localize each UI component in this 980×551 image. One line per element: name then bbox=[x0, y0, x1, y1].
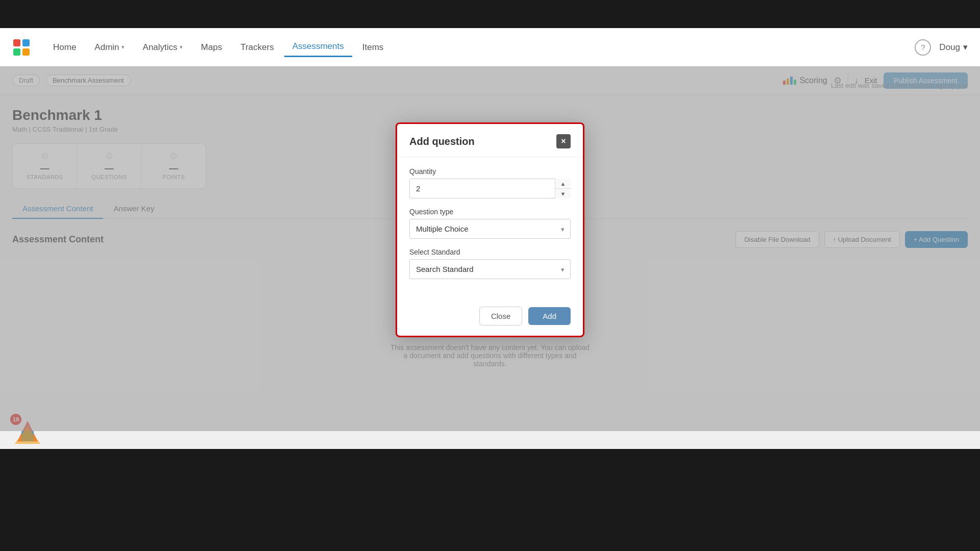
dialog-header: Add question × bbox=[397, 124, 583, 157]
question-type-select[interactable]: Multiple Choice True/False Short Answer … bbox=[409, 219, 571, 239]
nav-item-analytics[interactable]: Analytics ▾ bbox=[135, 38, 191, 57]
app-wrapper: Home Admin ▾ Analytics ▾ Maps Trackers A… bbox=[0, 0, 980, 551]
user-chevron-icon: ▾ bbox=[963, 42, 968, 53]
svg-rect-2 bbox=[13, 48, 20, 56]
bottom-black-bar bbox=[0, 449, 980, 551]
dialog-body: Quantity ▲ ▼ Question type Multiple Choi… bbox=[397, 157, 583, 298]
svg-rect-0 bbox=[13, 39, 20, 46]
quantity-increment[interactable]: ▲ bbox=[555, 179, 571, 189]
nav-item-items[interactable]: Items bbox=[354, 38, 392, 57]
nav-label-items: Items bbox=[362, 42, 384, 53]
nav-item-maps[interactable]: Maps bbox=[193, 38, 231, 57]
dialog-footer: Close Add bbox=[397, 298, 583, 336]
quantity-input-wrapper: ▲ ▼ bbox=[409, 179, 571, 198]
dialog-title: Add question bbox=[409, 136, 475, 147]
help-icon[interactable]: ? bbox=[915, 39, 931, 56]
select-standard-group: Select Standard Search Standard ▾ bbox=[409, 248, 571, 279]
quantity-decrement[interactable]: ▼ bbox=[555, 189, 571, 198]
quantity-input[interactable] bbox=[409, 179, 571, 198]
app-logo[interactable] bbox=[12, 38, 31, 57]
add-question-dialog: Add question × Quantity ▲ ▼ Question typ… bbox=[396, 122, 584, 337]
nav-right: ? Doug ▾ bbox=[915, 39, 968, 56]
nav-item-assessments[interactable]: Assessments bbox=[284, 37, 352, 57]
close-button[interactable]: Close bbox=[479, 307, 522, 325]
top-black-bar bbox=[0, 0, 980, 28]
nav-label-analytics: Analytics bbox=[143, 42, 178, 53]
nav-item-trackers[interactable]: Trackers bbox=[232, 38, 282, 57]
nav-item-admin[interactable]: Admin ▾ bbox=[86, 38, 132, 57]
analytics-chevron-icon: ▾ bbox=[180, 44, 183, 51]
nav-label-trackers: Trackers bbox=[240, 42, 274, 53]
admin-chevron-icon: ▾ bbox=[121, 44, 125, 51]
nav-label-maps: Maps bbox=[201, 42, 223, 53]
svg-rect-3 bbox=[22, 48, 30, 56]
help-symbol: ? bbox=[921, 43, 925, 52]
nav-item-home[interactable]: Home bbox=[45, 38, 84, 57]
question-type-select-wrapper: Multiple Choice True/False Short Answer … bbox=[409, 219, 571, 239]
select-standard-wrapper: Search Standard ▾ bbox=[409, 259, 571, 279]
user-menu[interactable]: Doug ▾ bbox=[939, 42, 968, 53]
svg-rect-1 bbox=[22, 39, 30, 46]
select-standard-label: Select Standard bbox=[409, 248, 571, 256]
nav-label-assessments: Assessments bbox=[292, 41, 344, 52]
nav-label-admin: Admin bbox=[94, 42, 119, 53]
quantity-spinner: ▲ ▼ bbox=[555, 179, 571, 198]
quantity-group: Quantity ▲ ▼ bbox=[409, 167, 571, 198]
user-name: Doug bbox=[939, 42, 960, 53]
navbar: Home Admin ▾ Analytics ▾ Maps Trackers A… bbox=[0, 28, 980, 66]
quantity-label: Quantity bbox=[409, 167, 571, 176]
add-button[interactable]: Add bbox=[528, 307, 571, 325]
nav-label-home: Home bbox=[53, 42, 76, 53]
dialog-close-button[interactable]: × bbox=[556, 134, 571, 148]
select-standard-select[interactable]: Search Standard bbox=[409, 259, 571, 279]
question-type-group: Question type Multiple Choice True/False… bbox=[409, 208, 571, 239]
question-type-label: Question type bbox=[409, 208, 571, 216]
nav-items: Home Admin ▾ Analytics ▾ Maps Trackers A… bbox=[45, 37, 915, 57]
